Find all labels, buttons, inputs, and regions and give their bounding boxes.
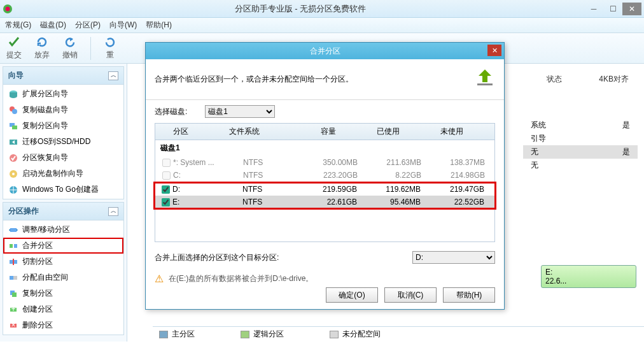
grid-row[interactable]: 系统是 bbox=[523, 119, 638, 132]
sidebar-item-label: 删除分区 bbox=[22, 320, 53, 331]
disk-group-label: 磁盘1 bbox=[155, 140, 494, 156]
legend-primary-swatch bbox=[159, 331, 168, 338]
create-icon: + bbox=[8, 305, 18, 315]
sidebar-item-label: 复制磁盘向导 bbox=[22, 104, 68, 115]
disk-icon bbox=[8, 89, 18, 99]
sidebar-item-copy-disk-wizard[interactable]: 复制磁盘向导 bbox=[3, 102, 123, 118]
partition-row[interactable]: C:NTFS223.20GB8.22GB214.98GB bbox=[155, 169, 494, 182]
menu-disk[interactable]: 磁盘(D) bbox=[40, 20, 66, 31]
allocate-icon bbox=[8, 273, 18, 283]
partition-table: 分区 文件系统 容量 已使用 未使用 磁盘1 *: System ...NTFS… bbox=[155, 123, 495, 242]
sidebar-item-recovery-wizard[interactable]: 分区恢复向导 bbox=[3, 150, 123, 166]
menu-partition[interactable]: 分区(P) bbox=[75, 20, 101, 31]
cd-icon bbox=[8, 169, 18, 179]
legend-unalloc-label: 未分配空间 bbox=[342, 329, 381, 340]
legend-unalloc-swatch bbox=[330, 331, 339, 338]
copy-icon bbox=[8, 289, 18, 299]
menu-help[interactable]: 帮助(H) bbox=[146, 20, 172, 31]
sidebar-item-windows-to-go[interactable]: Windows To Go创建器 bbox=[3, 182, 123, 198]
copy-disk-icon bbox=[8, 105, 18, 115]
partition-row[interactable]: E:NTFS22.61GB95.46MB22.52GB bbox=[155, 196, 495, 208]
target-partition-dropdown[interactable]: D: bbox=[412, 251, 495, 264]
sidebar-item-migrate-os[interactable]: 迁移OS到SSD/HDD bbox=[3, 134, 123, 150]
merge-icon bbox=[8, 241, 18, 251]
sidebar-item-extend-partition-wizard[interactable]: 扩展分区向导 bbox=[3, 86, 123, 102]
sidebar-item-copy-partition-wizard[interactable]: 复制分区向导 bbox=[3, 118, 123, 134]
help-button[interactable]: 帮助(H) bbox=[443, 287, 495, 303]
legend-primary-label: 主分区 bbox=[172, 329, 195, 340]
ok-button[interactable]: 确定(O) bbox=[326, 287, 378, 303]
legend-logical-swatch bbox=[241, 331, 249, 338]
svg-rect-14 bbox=[14, 244, 17, 248]
sidebar-item-label: 复制分区向导 bbox=[22, 120, 68, 131]
dialog-close-button[interactable]: ✕ bbox=[487, 45, 501, 56]
sidebar-item-label: 分配自由空间 bbox=[22, 272, 68, 283]
dialog-description: 合并两个临近分区到一个，或合并未分配空间给一个分区。 bbox=[155, 74, 475, 85]
sidebar-item-copy-partition[interactable]: 复制分区 bbox=[3, 285, 123, 301]
svg-rect-18 bbox=[10, 276, 13, 280]
svg-text:×: × bbox=[11, 321, 15, 329]
grid-col-status: 状态 bbox=[544, 73, 564, 86]
wizard-collapse-button[interactable]: ︿ bbox=[108, 71, 118, 80]
minimize-button[interactable]: ─ bbox=[584, 3, 603, 15]
grid-row[interactable]: 无 bbox=[523, 159, 638, 172]
warning-text: 在(E:)盘的所有数据将被合并到D:\e-drive。 bbox=[169, 273, 313, 284]
redo-icon bbox=[104, 36, 116, 48]
svg-rect-25 bbox=[477, 83, 493, 85]
sidebar-item-label: 迁移OS到SSD/HDD bbox=[22, 136, 90, 147]
partition-row[interactable]: D:NTFS219.59GB119.62MB219.47GB bbox=[155, 183, 495, 196]
toolbar-commit[interactable]: 提交 bbox=[6, 36, 22, 61]
cancel-button[interactable]: 取消(C) bbox=[384, 287, 437, 303]
merge-large-icon bbox=[475, 67, 495, 92]
grid-row[interactable]: 无是 bbox=[523, 145, 638, 159]
disk-bar-e[interactable]: E:22.6... bbox=[541, 265, 636, 288]
partition-checkbox[interactable] bbox=[162, 185, 170, 194]
legend-logical-label: 逻辑分区 bbox=[253, 329, 284, 340]
toolbar-redo[interactable]: 重 bbox=[104, 36, 116, 61]
dialog-title: 合并分区 bbox=[310, 46, 340, 57]
split-icon bbox=[8, 257, 18, 267]
th-cap: 容量 bbox=[276, 124, 340, 140]
sidebar-item-resize-move[interactable]: 调整/移动分区 bbox=[3, 222, 123, 238]
th-free: 未使用 bbox=[403, 124, 467, 140]
menu-general[interactable]: 常规(G) bbox=[5, 20, 31, 31]
maximize-button[interactable]: ☐ bbox=[603, 3, 622, 15]
sidebar-item-create-partition[interactable]: +创建分区 bbox=[3, 301, 123, 317]
toolbar-undo[interactable]: 撤销 bbox=[62, 36, 78, 61]
sidebar-item-label: 调整/移动分区 bbox=[22, 224, 70, 235]
target-partition-label: 合并上面选择的分区到这个目标分区: bbox=[155, 252, 407, 263]
sidebar-item-label: 切割分区 bbox=[22, 256, 53, 267]
svg-point-10 bbox=[12, 173, 15, 175]
svg-point-1 bbox=[6, 6, 10, 11]
partition-checkbox[interactable] bbox=[162, 198, 170, 206]
sidebar-item-label: 扩展分区向导 bbox=[22, 89, 68, 99]
sidebar-item-allocate-free[interactable]: 分配自由空间 bbox=[3, 270, 123, 285]
disk-bar-size: 22.6... bbox=[545, 277, 566, 285]
warning-icon: ⚠ bbox=[155, 273, 164, 285]
sidebar-item-bootable-media[interactable]: 启动光盘制作向导 bbox=[3, 166, 123, 182]
sidebar-item-split[interactable]: 切割分区 bbox=[3, 254, 123, 270]
sidebar-item-delete-partition[interactable]: ×删除分区 bbox=[3, 317, 123, 333]
menu-wizard[interactable]: 向导(W) bbox=[109, 20, 137, 31]
sidebar-item-merge[interactable]: 合并分区 bbox=[3, 238, 123, 254]
close-button[interactable]: ✕ bbox=[622, 3, 641, 15]
grid-row[interactable]: 引导 bbox=[523, 132, 638, 145]
migrate-icon bbox=[8, 137, 18, 147]
toolbar-commit-label: 提交 bbox=[6, 50, 22, 61]
th-partition: 分区 bbox=[155, 124, 225, 140]
th-fs: 文件系统 bbox=[225, 124, 276, 140]
select-disk-dropdown[interactable]: 磁盘1 bbox=[205, 105, 275, 118]
svg-text:+: + bbox=[11, 305, 15, 313]
window-title: 分区助手专业版 - 无损分区免费软件 bbox=[17, 3, 584, 15]
merge-partition-dialog: 合并分区 ✕ 合并两个临近分区到一个，或合并未分配空间给一个分区。 选择磁盘: … bbox=[145, 42, 505, 310]
partition-row[interactable]: *: System ...NTFS350.00MB211.63MB138.37M… bbox=[155, 156, 494, 169]
partition-checkbox bbox=[162, 171, 171, 180]
toolbar-discard[interactable]: 放弃 bbox=[34, 36, 50, 61]
sidebar-item-label: 启动光盘制作向导 bbox=[22, 168, 83, 179]
th-used: 已使用 bbox=[340, 124, 403, 140]
sidebar-item-label: 分区恢复向导 bbox=[22, 152, 68, 163]
resize-icon bbox=[8, 225, 18, 235]
grid-col-align: 4KB对齐 bbox=[596, 73, 631, 86]
toolbar-redo-label: 重 bbox=[106, 50, 114, 61]
ops-collapse-button[interactable]: ︿ bbox=[108, 207, 118, 216]
